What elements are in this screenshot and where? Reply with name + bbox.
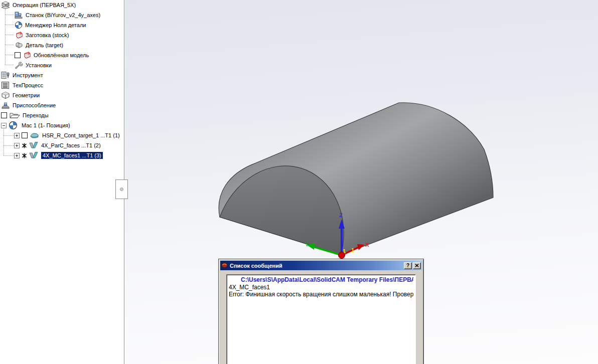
updated-model-checkbox[interactable] — [15, 52, 21, 58]
solidcam-logo-icon — [221, 262, 228, 269]
tree-item-operation[interactable]: Операция (ПЕРВАЯ_5X) — [0, 0, 124, 10]
fourx-operation-icon — [29, 141, 39, 149]
tree-item-label: Операция (ПЕРВАЯ_5X) — [13, 2, 76, 8]
axis-label-y: Y — [305, 241, 309, 247]
tree-item-label: Инструмент — [13, 72, 43, 78]
tree-item-label: HSR_R_Cont_target_1 ...T1 (1) — [42, 132, 120, 138]
dialog-close-button[interactable] — [413, 262, 421, 269]
tree-item-target[interactable]: Деталь (target) — [0, 40, 124, 50]
tree-item-hsr-operation[interactable]: HSR_R_Cont_target_1 ...T1 (1) — [0, 130, 124, 140]
tree-item-geometries[interactable]: Геометрии — [0, 90, 124, 100]
splitter-dot-icon — [120, 188, 123, 191]
tree-item-label: Mac 1 (1- Позиция) — [22, 122, 70, 128]
operation-icon — [1, 1, 10, 9]
origin-marker-1-right: 1 — [351, 247, 354, 253]
tree-item-tool[interactable]: Инструмент — [0, 70, 124, 80]
recalc-marker-icon — [22, 143, 27, 148]
settings-wrench-icon — [15, 61, 23, 69]
origin-point — [339, 252, 345, 259]
tree-item-mac1[interactable]: Mac 1 (1- Позиция) — [0, 120, 124, 130]
tree-item-label: Деталь (target) — [26, 42, 63, 48]
axis-label-x: X — [365, 242, 369, 248]
expand-plus-box[interactable] — [14, 153, 20, 158]
message-path-header: C:\Users\S\AppData\Local\SolidCAM Tempor… — [229, 276, 413, 284]
tree-item-stock[interactable]: Заготовка (stock) — [0, 30, 124, 40]
tree-item-label: Обновлённая модель — [34, 52, 89, 58]
tree-item-label: Установки — [26, 62, 52, 68]
tree-item-4x-parc-operation[interactable]: 4X_ParC_faces ...T1 (2) — [0, 140, 124, 150]
tree-item-settings[interactable]: Установки — [0, 60, 124, 70]
process-icon — [1, 81, 10, 89]
message-list-dialog: Список сообщений ? C:\Users\S\AppData\Lo… — [218, 259, 424, 364]
tool-icon — [1, 71, 10, 79]
tree-item-label: ТехПроцесс — [13, 82, 43, 88]
tree-item-process[interactable]: ТехПроцесс — [0, 80, 124, 90]
expand-plus-box[interactable] — [14, 143, 20, 148]
target-icon — [15, 41, 23, 49]
hsr-operation-icon — [30, 131, 40, 139]
origin-manager-icon — [9, 121, 18, 130]
tree-item-updated-model[interactable]: Обновлённая модель — [0, 50, 124, 60]
collapse-minus-box[interactable] — [1, 123, 7, 128]
application-window: Операция (ПЕРВАЯ_5X) Станок (BiYurov_v2_… — [0, 0, 598, 364]
tree-item-4x-mc-operation[interactable]: 4X_MC_faces1 ...T1 (3) — [0, 150, 124, 160]
message-list[interactable]: C:\Users\S\AppData\Local\SolidCAM Tempor… — [226, 274, 416, 364]
tree-item-transitions[interactable]: Переходы — [0, 110, 124, 120]
tree-item-zero-manager[interactable]: Менеджер Ноля детали — [0, 20, 124, 30]
feature-tree-panel: Операция (ПЕРВАЯ_5X) Станок (BiYurov_v2_… — [0, 0, 124, 364]
dialog-help-button[interactable]: ? — [404, 262, 412, 269]
tree-item-machine[interactable]: Станок (BiYurov_v2_4y_axes) — [0, 10, 124, 20]
expand-plus-box[interactable] — [14, 133, 20, 138]
fourx-operation-icon — [29, 151, 39, 159]
hsr-operation-checkbox[interactable] — [22, 132, 28, 138]
geometry-icon — [1, 91, 10, 99]
tree-item-label: Приспособление — [13, 102, 56, 108]
dialog-title: Список сообщений — [230, 263, 403, 269]
stock-icon — [15, 31, 23, 39]
close-icon — [415, 264, 419, 267]
folder-icon — [9, 111, 20, 119]
panel-splitter-tab[interactable] — [115, 179, 128, 199]
fixture-icon — [1, 101, 10, 109]
message-error-text: Error: Финишная скорость вращения слишко… — [229, 291, 413, 298]
tree-item-label: Менеджер Ноля детали — [25, 22, 86, 28]
tree-item-label: 4X_ParC_faces ...T1 (2) — [41, 142, 101, 148]
dialog-titlebar[interactable]: Список сообщений ? — [220, 261, 422, 270]
transitions-checkbox[interactable] — [1, 112, 7, 118]
machine-icon — [15, 11, 23, 19]
tree-item-label: Станок (BiYurov_v2_4y_axes) — [26, 12, 100, 18]
origin-manager-icon — [15, 21, 23, 29]
message-operation-name: 4X_MC_faces1 — [229, 284, 413, 291]
tree-item-label: Геометрии — [13, 92, 40, 98]
tree-item-label: Заготовка (stock) — [26, 32, 69, 38]
updated-model-icon — [23, 51, 31, 59]
tree-item-fixture[interactable]: Приспособление — [0, 100, 124, 110]
tree-item-label-selected: 4X_MC_faces1 ...T1 (3) — [41, 152, 103, 159]
tree-item-label: Переходы — [23, 112, 49, 118]
axis-label-z: Z — [339, 212, 343, 218]
recalc-marker-icon — [22, 153, 27, 158]
